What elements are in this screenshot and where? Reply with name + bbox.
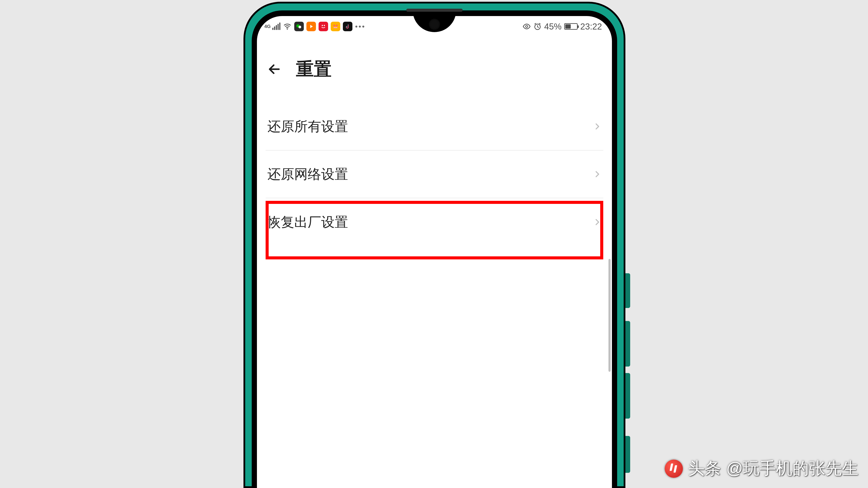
svg-point-9: [526, 25, 528, 28]
list-item-label: 恢复出厂设置: [267, 213, 348, 231]
svg-point-5: [324, 25, 325, 26]
status-bar-left: 4G: [264, 22, 365, 31]
back-button[interactable]: [266, 61, 283, 78]
watermark: 头条 @玩手机的张先生: [665, 457, 859, 480]
chevron-right-icon: [593, 122, 601, 131]
svg-point-4: [322, 25, 323, 26]
side-button: [625, 321, 630, 366]
chevron-right-icon: [593, 218, 601, 226]
page-header: 重置: [257, 57, 612, 81]
clock-label: 23:22: [580, 22, 602, 31]
watermark-at: @: [726, 459, 743, 477]
side-button: [625, 436, 630, 473]
wifi-icon: [283, 22, 292, 31]
chevron-right-icon: [593, 170, 601, 178]
svg-rect-8: [334, 27, 338, 28]
front-camera: [429, 19, 440, 30]
svg-point-2: [299, 26, 302, 28]
eye-icon: [523, 22, 531, 31]
list-item-reset-network[interactable]: 还原网络设置: [266, 151, 603, 198]
watermark-brand: 头条: [688, 457, 721, 480]
svg-rect-6: [334, 25, 335, 26]
douyin-icon: [343, 22, 352, 31]
battery-icon: [564, 23, 578, 30]
toutiao-logo-icon: [665, 460, 683, 478]
list-item-factory-reset[interactable]: 恢复出厂设置: [266, 198, 603, 246]
phone-frame: 4G: [244, 0, 625, 488]
status-bar-right: 45% 23:22: [523, 22, 602, 31]
scrollbar-indicator[interactable]: [609, 259, 611, 372]
svg-point-0: [287, 28, 288, 30]
wechat-icon: [294, 22, 304, 31]
face-icon: [331, 22, 340, 31]
side-button: [625, 273, 630, 308]
list-item-label: 还原所有设置: [267, 117, 348, 135]
battery-percent-label: 45%: [544, 22, 562, 31]
settings-list: 还原所有设置 还原网络设置 恢复出厂设置: [266, 103, 603, 246]
video-icon: [306, 22, 316, 31]
watermark-author: 玩手机的张先生: [743, 459, 859, 477]
svg-marker-3: [310, 25, 313, 28]
signal-bars-icon: [272, 23, 280, 30]
page-title: 重置: [296, 57, 332, 81]
phone-speaker: [406, 9, 463, 12]
phone-screen: 4G: [257, 16, 612, 488]
side-button: [625, 373, 630, 419]
network-type-label: 4G: [264, 24, 271, 29]
list-item-reset-all[interactable]: 还原所有设置: [266, 103, 603, 151]
back-arrow-icon: [267, 62, 281, 76]
list-item-label: 还原网络设置: [267, 165, 348, 183]
more-apps-icon: •••: [355, 22, 365, 31]
svg-rect-7: [336, 25, 337, 26]
weibo-icon: [318, 22, 328, 31]
alarm-clock-icon: [533, 22, 541, 31]
